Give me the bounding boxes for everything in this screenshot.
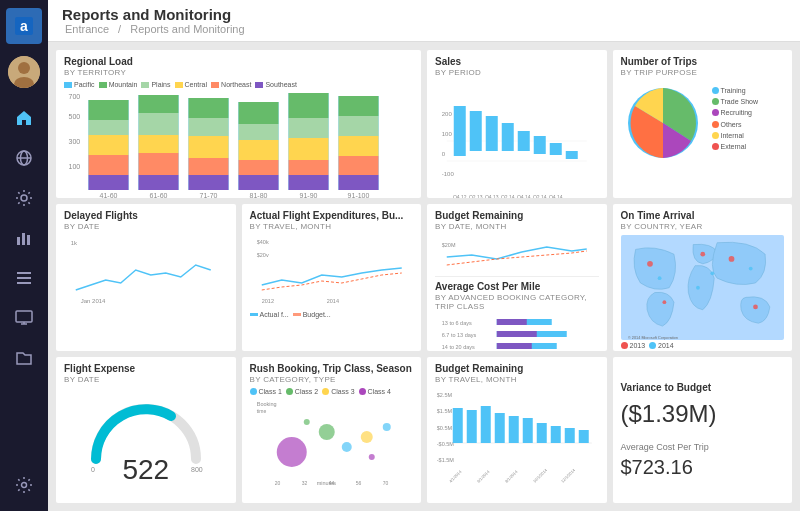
budget-rem-small-card[interactable]: Budget Remaining BY DATE, MONTH $20M Ave… bbox=[427, 204, 607, 352]
budget-rem2-title: Budget Remaining bbox=[435, 363, 599, 374]
svg-text:20: 20 bbox=[274, 480, 280, 486]
svg-rect-40 bbox=[189, 136, 229, 158]
avgcost-chart: 13 to 6 days 6.7 to 13 days 14 to 20 day… bbox=[435, 315, 599, 352]
ontime-card[interactable]: On Time Arrival BY COUNTRY, YEAR bbox=[613, 204, 793, 352]
user-avatar[interactable] bbox=[8, 56, 40, 88]
sidebar-folder-icon[interactable] bbox=[6, 340, 42, 376]
sidebar-globe-icon[interactable] bbox=[6, 140, 42, 176]
actual-title: Actual Flight Expenditures, Bu... bbox=[250, 210, 414, 221]
trips-subtitle: BY TRIP PURPOSE bbox=[621, 68, 785, 77]
svg-rect-150 bbox=[565, 428, 575, 443]
variance-value: ($1.39M) bbox=[621, 400, 785, 428]
svg-point-134 bbox=[303, 419, 309, 425]
svg-text:Q4 14: Q4 14 bbox=[517, 194, 531, 198]
svg-text:$2.5M: $2.5M bbox=[437, 392, 453, 398]
svg-text:500: 500 bbox=[69, 113, 81, 120]
svg-text:$1.5M: $1.5M bbox=[437, 408, 453, 414]
ontime-map: © 2014 Microsoft Corporation bbox=[621, 235, 785, 341]
svg-text:2012: 2012 bbox=[261, 298, 273, 304]
svg-point-115 bbox=[662, 300, 666, 304]
svg-rect-63 bbox=[339, 175, 379, 190]
budget-rem1-subtitle: BY DATE, MONTH bbox=[435, 222, 599, 231]
svg-rect-9 bbox=[17, 237, 20, 245]
svg-rect-53 bbox=[289, 118, 329, 138]
avgcost-subtitle: BY ADVANCED BOOKING CATEGORY, TRIP CLASS bbox=[435, 293, 599, 311]
svg-text:13 to 6 days: 13 to 6 days bbox=[442, 320, 472, 326]
svg-text:-$0.5M: -$0.5M bbox=[437, 441, 455, 447]
sidebar-settings-icon[interactable] bbox=[6, 180, 42, 216]
svg-text:a: a bbox=[20, 18, 28, 34]
svg-point-132 bbox=[360, 431, 372, 443]
svg-point-113 bbox=[728, 256, 734, 262]
svg-rect-32 bbox=[139, 113, 179, 135]
svg-text:Q2 14: Q2 14 bbox=[501, 194, 515, 198]
svg-text:91-100: 91-100 bbox=[348, 192, 370, 198]
svg-point-18 bbox=[22, 483, 27, 488]
svg-rect-60 bbox=[339, 116, 379, 136]
svg-rect-47 bbox=[239, 140, 279, 160]
svg-text:800: 800 bbox=[191, 466, 203, 473]
svg-text:© 2014 Microsoft Corporation: © 2014 Microsoft Corporation bbox=[627, 335, 677, 339]
svg-rect-151 bbox=[579, 430, 589, 443]
ontime-subtitle: BY COUNTRY, YEAR bbox=[621, 222, 785, 231]
svg-rect-146 bbox=[509, 416, 519, 443]
regional-load-card[interactable]: Regional Load BY TERRITORY Pacific Mount… bbox=[56, 50, 421, 198]
svg-text:200: 200 bbox=[442, 111, 453, 117]
delayed-chart: 1k Jan 2014 bbox=[64, 235, 228, 305]
svg-text:$40k: $40k bbox=[256, 239, 268, 245]
sidebar-home-icon[interactable] bbox=[6, 100, 42, 136]
rush-booking-card[interactable]: Rush Booking, Trip Class, Season BY CATE… bbox=[242, 357, 422, 503]
sidebar-monitor-icon[interactable] bbox=[6, 300, 42, 336]
svg-rect-31 bbox=[139, 95, 179, 113]
svg-text:6/1/2014: 6/1/2014 bbox=[476, 469, 491, 484]
svg-rect-144 bbox=[481, 406, 491, 443]
variance-sub-value: $723.16 bbox=[621, 456, 785, 479]
svg-text:71-70: 71-70 bbox=[200, 192, 218, 198]
breadcrumb-home[interactable]: Entrance bbox=[65, 23, 109, 35]
svg-rect-143 bbox=[467, 410, 477, 443]
variance-sub-label: Average Cost Per Trip bbox=[621, 442, 785, 452]
sidebar-list-icon[interactable] bbox=[6, 260, 42, 296]
flight-exp-title: Flight Expense bbox=[64, 363, 228, 374]
actual-flights-card[interactable]: Actual Flight Expenditures, Bu... BY TRA… bbox=[242, 204, 422, 352]
svg-rect-145 bbox=[495, 413, 505, 443]
regional-chart: 700 500 300 100 41-60 bbox=[64, 90, 413, 198]
variance-card[interactable]: Variance to Budget ($1.39M) Average Cost… bbox=[613, 357, 793, 503]
flight-exp-value: 522 bbox=[122, 454, 169, 486]
sidebar-gear-icon[interactable] bbox=[6, 467, 42, 503]
svg-rect-28 bbox=[89, 175, 129, 190]
actual-chart: $40k $20v 2012 2014 bbox=[250, 235, 414, 305]
sales-title: Sales bbox=[435, 56, 599, 67]
trips-pie-chart bbox=[621, 81, 706, 166]
svg-rect-99 bbox=[497, 331, 537, 337]
svg-rect-24 bbox=[89, 100, 129, 120]
svg-text:700: 700 bbox=[69, 93, 81, 100]
rush-subtitle: BY CATEGORY, TYPE bbox=[250, 375, 414, 384]
svg-rect-49 bbox=[239, 175, 279, 190]
svg-text:44: 44 bbox=[328, 480, 334, 486]
svg-point-109 bbox=[647, 260, 653, 266]
budget-rem2-card[interactable]: Budget Remaining BY TRAVEL, MONTH $2.5M … bbox=[427, 357, 607, 503]
avgcost-title: Average Cost Per Mile bbox=[435, 281, 599, 292]
delayed-flights-card[interactable]: Delayed Flights BY DATE 1k Jan 2014 bbox=[56, 204, 236, 352]
svg-point-133 bbox=[382, 423, 390, 431]
svg-text:Q4 12: Q4 12 bbox=[453, 194, 467, 198]
svg-point-117 bbox=[753, 304, 758, 309]
svg-text:61-60: 61-60 bbox=[150, 192, 168, 198]
svg-text:1k: 1k bbox=[71, 240, 78, 246]
svg-rect-149 bbox=[551, 426, 561, 443]
svg-text:0: 0 bbox=[442, 151, 446, 157]
sales-card[interactable]: Sales BY PERIOD 200 100 0 -100 Q4 12 Q2 bbox=[427, 50, 607, 198]
budget-rem1-title: Budget Remaining bbox=[435, 210, 599, 221]
app-logo[interactable]: a bbox=[6, 8, 42, 44]
svg-text:91-90: 91-90 bbox=[300, 192, 318, 198]
budget-rem2-chart: $2.5M $1.5M $0.5M -$0.5M -$1.5M 4/1/2014 bbox=[435, 388, 599, 493]
trips-card[interactable]: Number of Trips BY TRIP PURPOSE Training… bbox=[613, 50, 793, 198]
flight-expense-card[interactable]: Flight Expense BY DATE 0 800 522 bbox=[56, 357, 236, 503]
svg-point-112 bbox=[710, 271, 714, 275]
svg-rect-46 bbox=[239, 124, 279, 140]
svg-rect-13 bbox=[17, 277, 31, 279]
dashboard: Regional Load BY TERRITORY Pacific Mount… bbox=[48, 42, 800, 511]
svg-rect-45 bbox=[239, 102, 279, 124]
sidebar-chart-icon[interactable] bbox=[6, 220, 42, 256]
